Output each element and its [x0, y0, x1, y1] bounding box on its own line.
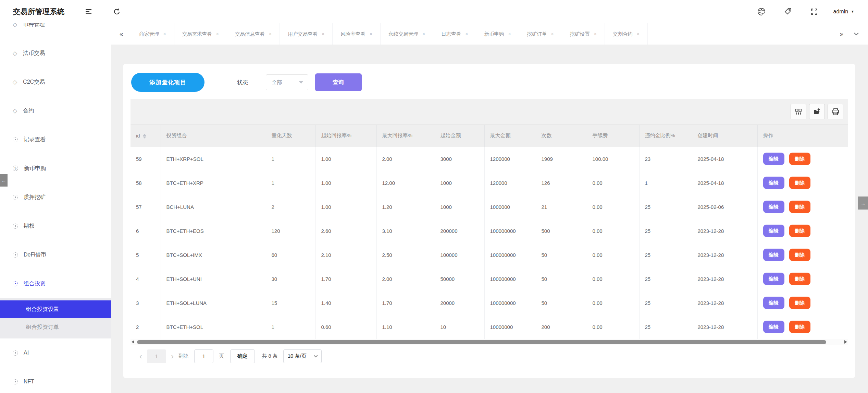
sort-desc-icon[interactable]	[143, 136, 146, 139]
table-row: 4ETH+SOL+UNI301.702.0050000100000000500.…	[131, 267, 848, 291]
delete-button[interactable]: 删除	[789, 201, 810, 213]
page-size-select[interactable]: 10 条/页	[283, 349, 322, 363]
confirm-page-button[interactable]: 确定	[230, 349, 255, 363]
edit-button[interactable]: 编辑	[763, 177, 784, 189]
tab-item[interactable]: 新币申购×	[476, 23, 519, 45]
tab-close-icon[interactable]: ×	[551, 31, 554, 37]
prev-page-button[interactable]: ‹	[137, 352, 144, 361]
sidebar-item-法币交易[interactable]: ◇法币交易	[0, 39, 111, 68]
status-select[interactable]: 全部	[266, 74, 308, 90]
tab-close-icon[interactable]: ×	[508, 31, 511, 37]
tab-item[interactable]: 永续交易管理×	[381, 23, 433, 45]
cell-max_rate: 3.10	[376, 219, 435, 243]
delete-button[interactable]: 删除	[789, 273, 810, 285]
theme-palette-icon[interactable]	[757, 7, 766, 16]
fullscreen-icon[interactable]	[810, 8, 818, 16]
cell-fee: 0.00	[587, 315, 639, 339]
export-button[interactable]	[809, 104, 825, 119]
sidebar-item-期权[interactable]: 期权	[0, 212, 111, 240]
delete-button[interactable]: 删除	[789, 297, 810, 309]
edit-button[interactable]: 编辑	[763, 297, 784, 309]
sidebar: ◇币种管理◇法币交易◇C2C交易◇合约记录查看$新币申购质押挖矿期权DeFi借币…	[0, 23, 111, 393]
cell-id: 58	[131, 171, 161, 195]
tabs-scroll-left-icon[interactable]: «	[111, 30, 132, 38]
delete-button[interactable]: 删除	[789, 321, 810, 333]
delete-button[interactable]: 删除	[789, 249, 810, 261]
query-button[interactable]: 查询	[315, 73, 362, 91]
delete-button[interactable]: 删除	[789, 177, 810, 189]
tab-close-icon[interactable]: ×	[322, 31, 324, 37]
cell-penalty_pct: 1	[639, 171, 692, 195]
sort-icon[interactable]	[143, 134, 146, 139]
tab-item[interactable]: 挖矿订单×	[519, 23, 562, 45]
collapse-sidebar-icon[interactable]	[85, 8, 93, 15]
tabs-dropdown-icon[interactable]	[852, 32, 868, 36]
column-header-id[interactable]: id	[131, 125, 161, 147]
sidebar-item-C2C交易[interactable]: ◇C2C交易	[0, 68, 111, 96]
next-page-button[interactable]: ›	[169, 352, 176, 361]
scroll-left-arrow-icon[interactable]	[132, 340, 134, 344]
cell-portfolio: ETH+XRP+SOL	[161, 147, 266, 171]
tab-close-icon[interactable]: ×	[163, 31, 166, 37]
cell-created: 2023-12-28	[692, 291, 757, 315]
tab-item[interactable]: 交割合约×	[605, 23, 648, 45]
sidebar-subitem-组合投资订单[interactable]: 组合投资订单	[0, 318, 111, 336]
tab-close-icon[interactable]: ×	[637, 31, 640, 37]
tab-item[interactable]: 日志查看×	[433, 23, 476, 45]
tab-item[interactable]: 用户交易查看×	[280, 23, 333, 45]
sidebar-item-合约[interactable]: ◇合约	[0, 96, 111, 125]
user-menu[interactable]: admin ▼	[833, 9, 854, 15]
tab-item[interactable]: 交易信息查看×	[227, 23, 280, 45]
edit-button[interactable]: 编辑	[763, 225, 784, 237]
cell-id: 3	[131, 291, 161, 315]
columns-filter-button[interactable]	[791, 104, 806, 119]
cell-times: 50	[536, 243, 587, 267]
edit-button[interactable]: 编辑	[763, 249, 784, 261]
sidebar-item-DeFi借币[interactable]: DeFi借币	[0, 240, 111, 269]
tab-item[interactable]: 挖矿设置×	[562, 23, 605, 45]
cell-max_amount: 1000000	[484, 195, 536, 219]
tab-close-icon[interactable]: ×	[370, 31, 372, 37]
tab-close-icon[interactable]: ×	[594, 31, 597, 37]
horizontal-scrollbar[interactable]	[131, 339, 848, 345]
tab-close-icon[interactable]: ×	[269, 31, 272, 37]
table-row: 5BTC+SOL+IMX602.102.50100000100000000500…	[131, 243, 848, 267]
column-header-created: 创建时间	[692, 125, 757, 147]
tab-close-icon[interactable]: ×	[465, 31, 468, 37]
edit-button[interactable]: 编辑	[763, 273, 784, 285]
sidebar-subitem-组合投资设置[interactable]: 组合投资设置	[0, 300, 111, 318]
add-quant-project-button[interactable]: 添加量化项目	[131, 73, 204, 92]
tabs-scroll-right-icon[interactable]: »	[831, 30, 852, 38]
sidebar-collapse-arrow[interactable]: ←	[0, 174, 8, 187]
tab-item[interactable]: 商家管理×	[132, 23, 174, 45]
tag-icon[interactable]	[784, 7, 792, 16]
cell-start_amount: 1000	[435, 195, 484, 219]
sidebar-item-币种管理[interactable]: ◇币种管理	[0, 23, 111, 39]
sidebar-item-AI[interactable]: AI	[0, 338, 111, 367]
sort-asc-icon[interactable]	[143, 134, 146, 136]
right-panel-arrow[interactable]: →	[858, 196, 868, 210]
column-header-label: 违约金比例%	[645, 132, 675, 138]
tab-close-icon[interactable]: ×	[216, 31, 219, 37]
delete-button[interactable]: 删除	[789, 225, 810, 237]
refresh-icon[interactable]	[113, 8, 121, 16]
edit-button[interactable]: 编辑	[763, 201, 784, 213]
tab-item[interactable]: 交易需求查看×	[174, 23, 227, 45]
sidebar-item-NFT[interactable]: NFT	[0, 367, 111, 393]
goto-page-input[interactable]	[194, 349, 213, 363]
cell-max_rate: 2.00	[376, 147, 435, 171]
scroll-right-arrow-icon[interactable]	[844, 340, 847, 344]
cell-max_rate: 2.00	[376, 267, 435, 291]
tab-close-icon[interactable]: ×	[422, 31, 425, 37]
tab-item[interactable]: 风险率查看×	[333, 23, 381, 45]
delete-button[interactable]: 删除	[789, 153, 810, 165]
edit-button[interactable]: 编辑	[763, 153, 784, 165]
sidebar-item-新币申购[interactable]: $新币申购	[0, 154, 111, 183]
sidebar-item-质押挖矿[interactable]: 质押挖矿	[0, 183, 111, 212]
sidebar-item-记录查看[interactable]: 记录查看	[0, 125, 111, 154]
print-button[interactable]	[828, 104, 843, 119]
scrollbar-thumb[interactable]	[137, 340, 826, 344]
edit-button[interactable]: 编辑	[763, 321, 784, 333]
page-number-button[interactable]: 1	[147, 349, 166, 363]
sidebar-item-组合投资[interactable]: 组合投资	[0, 269, 111, 298]
